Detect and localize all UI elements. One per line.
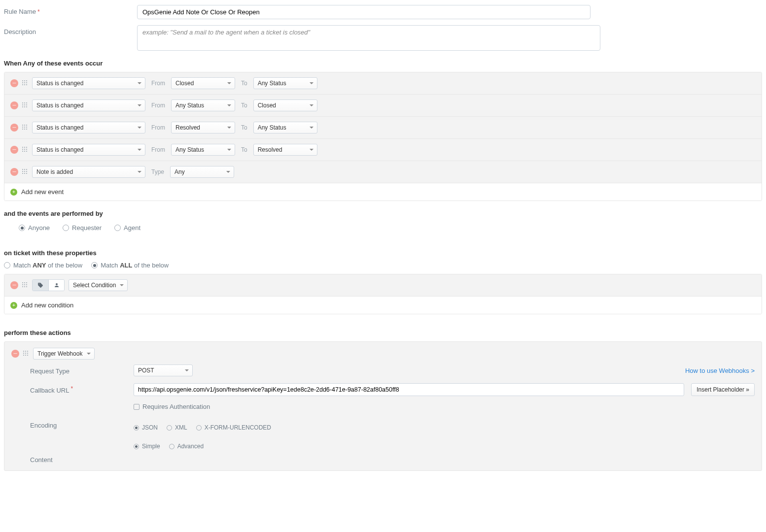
remove-event-button[interactable]: ─ [10,79,18,87]
encoding-radios: JSON XML X-FORM-URLENCODED [134,422,271,432]
event-from-select[interactable]: Closed [171,77,235,89]
conditions-container: ─ Select Condition + Add new condition [4,274,762,314]
checkbox-icon [134,404,139,410]
action-head: ─ Trigger Webhook [11,348,755,360]
action-panel: ─ Trigger Webhook Request Type POST How … [4,341,762,471]
event-to-select[interactable]: Any Status [253,122,317,133]
add-event-button[interactable]: + Add new event [4,183,762,200]
drag-handle-icon[interactable] [23,351,29,357]
description-input[interactable] [137,25,600,51]
match-any-option[interactable]: Match ANY of the below [4,262,82,269]
drag-handle-icon[interactable] [22,147,28,153]
plus-icon: + [10,189,17,196]
encoding-form[interactable]: X-FORM-URLENCODED [196,424,271,431]
encoding-json[interactable]: JSON [134,424,158,431]
encoding-xml[interactable]: XML [167,424,187,431]
requires-auth-label: Requires Authentication [142,403,210,410]
required-icon: * [70,385,73,392]
description-label: Description [4,25,137,35]
event-type-select[interactable]: Status is changed [32,77,145,89]
content-advanced-label: Advanced [177,443,204,450]
remove-event-button[interactable]: ─ [10,101,18,109]
requires-auth-checkbox[interactable]: Requires Authentication [134,403,210,410]
remove-event-button[interactable]: ─ [10,124,18,132]
encoding-form-label: X-FORM-URLENCODED [205,424,271,431]
webhook-help-link[interactable]: How to use Webhooks > [685,367,755,374]
event-from-select[interactable]: Resolved [171,122,235,133]
event-to-select[interactable]: Any Status [253,77,317,89]
match-mode-row: Match ANY of the below Match ALL of the … [4,262,762,269]
callback-url-row: Callback URL* Insert Placeholder » [30,383,755,396]
event-row: ─ Status is changed From Closed To Any S… [4,72,762,95]
action-type-select[interactable]: Trigger Webhook [33,348,95,360]
content-row: Content [30,455,755,464]
to-label: To [239,124,249,131]
content-simple[interactable]: Simple [134,443,160,450]
remove-event-button[interactable]: ─ [10,168,18,176]
add-event-label: Add new event [21,188,64,196]
from-label: From [149,124,167,131]
request-type-select[interactable]: POST [134,365,193,376]
drag-handle-icon[interactable] [22,169,28,175]
drag-handle-icon[interactable] [22,102,28,108]
drag-handle-icon[interactable] [22,282,28,288]
drag-handle-icon[interactable] [22,80,28,86]
event-to-select[interactable]: Closed [253,100,317,111]
scope-user-button[interactable] [48,280,64,291]
callback-url-label: Callback URL* [30,385,134,394]
encoding-xml-label: XML [175,424,187,431]
condition-scope-toggle[interactable] [32,279,65,291]
event-from-select[interactable]: Any Status [171,100,235,111]
event-row: ─ Status is changed From Resolved To Any… [4,117,762,139]
event-row: ─ Status is changed From Any Status To C… [4,95,762,117]
performed-by-anyone-label: Anyone [28,224,50,232]
performed-by-requester-label: Requester [72,224,102,232]
condition-select[interactable]: Select Condition [69,279,128,291]
event-row: ─ Status is changed From Any Status To R… [4,139,762,161]
remove-event-button[interactable]: ─ [10,146,18,154]
performed-by-heading: and the events are performed by [4,210,762,217]
content-simple-label: Simple [142,443,160,450]
match-all-option[interactable]: Match ALL of the below [91,262,169,269]
event-row: ─ Note is added Type Any [4,161,762,183]
from-label: From [149,146,167,153]
callback-url-input[interactable] [134,383,684,396]
insert-placeholder-button[interactable]: Insert Placeholder » [691,383,755,396]
to-label: To [239,80,249,87]
condition-row: ─ Select Condition [4,274,762,297]
event-extra-select[interactable]: Any [170,166,234,178]
content-advanced[interactable]: Advanced [169,443,204,450]
event-to-select[interactable]: Resolved [253,144,317,156]
rule-name-row: Rule Name* [4,5,762,19]
remove-action-button[interactable]: ─ [11,350,19,358]
content-mode-radios: Simple Advanced [134,441,271,451]
performed-by-agent[interactable]: Agent [114,224,140,232]
remove-condition-button[interactable]: ─ [10,281,18,289]
add-condition-button[interactable]: + Add new condition [4,297,762,314]
scope-tag-button[interactable] [33,280,48,291]
event-from-select[interactable]: Any Status [171,144,235,156]
encoding-json-label: JSON [142,424,158,431]
event-type-select[interactable]: Status is changed [32,100,145,111]
performed-by-agent-label: Agent [124,224,140,232]
request-type-label: Request Type [30,366,134,375]
description-row: Description [4,25,762,51]
rule-name-label: Rule Name* [4,5,137,15]
rule-name-input[interactable] [137,5,591,19]
add-condition-label: Add new condition [21,301,73,309]
actions-heading: perform these actions [4,329,762,336]
performed-by-radios: Anyone Requester Agent [4,222,762,233]
event-type-select[interactable]: Status is changed [32,122,145,133]
action-body: Request Type POST How to use Webhooks > … [11,365,755,464]
event-type-select[interactable]: Note is added [32,166,145,178]
performed-by-anyone[interactable]: Anyone [19,224,50,232]
encoding-label: Encoding [30,420,134,429]
to-label: To [239,146,249,153]
drag-handle-icon[interactable] [22,125,28,131]
from-label: From [149,80,167,87]
required-icon: * [37,8,40,15]
event-type-select[interactable]: Status is changed [32,144,145,156]
encoding-row: Encoding JSON XML X-FORM-URLENCODED Simp… [30,420,755,451]
performed-by-requester[interactable]: Requester [63,224,102,232]
type-label: Type [149,168,166,175]
